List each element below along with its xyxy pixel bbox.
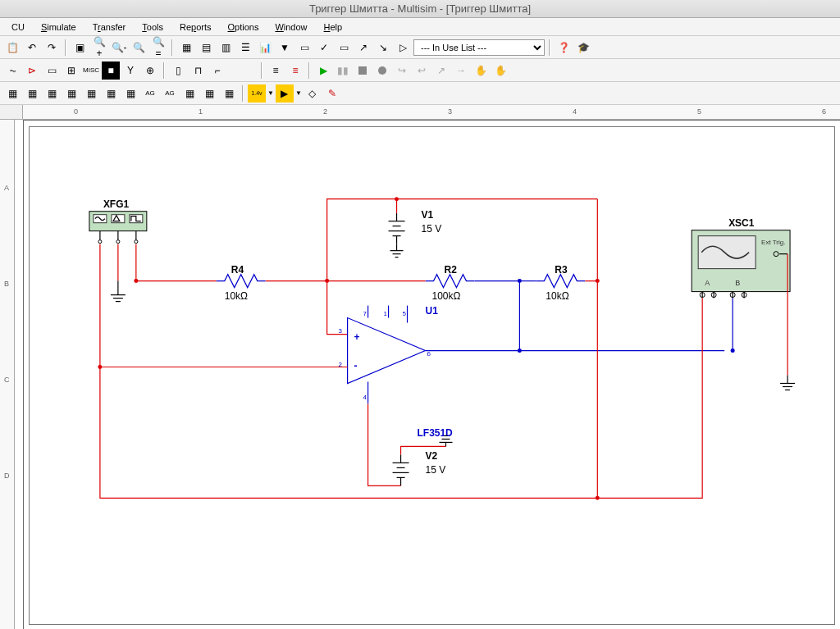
connector-icon[interactable]: ⊓ xyxy=(189,62,207,80)
schematic-canvas[interactable]: XFG1 xyxy=(23,120,840,629)
window-title: Триггер Шмитта - Multisim - [Триггер Шми… xyxy=(0,0,840,18)
parent-icon[interactable]: ▭ xyxy=(295,39,313,57)
svg-point-32 xyxy=(395,197,399,201)
component-u1[interactable]: + - U1 LF351D 7 1 5 3 2 6 4 xyxy=(339,305,453,440)
wattmeter-icon[interactable]: ▦ xyxy=(43,84,61,103)
component-r2[interactable]: R2 100kΩ xyxy=(426,264,475,302)
wordgen-icon[interactable]: AG xyxy=(141,84,159,103)
menu-tools[interactable]: Tools xyxy=(134,20,171,34)
menu-simulate[interactable]: Simulate xyxy=(33,20,84,34)
ruler-vertical: A B C D xyxy=(0,120,15,629)
run-button[interactable]: ▶ xyxy=(314,62,332,80)
toolbar-main: 📋 ↶ ↷ ▣ 🔍+ 🔍- 🔍 🔍= ▦ ▤ ▥ ☰ 📊 ▼ ▭ ✓ ▭ ↗ ↘… xyxy=(0,36,840,59)
hand-icon[interactable]: ✋ xyxy=(472,62,490,80)
postproc-icon[interactable]: ▼ xyxy=(276,39,294,57)
stepinto-icon[interactable]: ↩ xyxy=(413,62,431,80)
network-icon[interactable]: ▶ xyxy=(276,84,294,103)
rf-icon[interactable]: Y xyxy=(121,62,139,80)
menu-reports[interactable]: Reports xyxy=(171,20,220,34)
hierarchy2-icon[interactable]: ≡ xyxy=(286,62,304,80)
svg-text:3: 3 xyxy=(339,327,343,335)
menu-help[interactable]: Help xyxy=(316,20,351,34)
tek-icon[interactable]: ✎ xyxy=(323,84,341,103)
menu-transfer[interactable]: Transfer xyxy=(84,20,135,34)
dist-icon[interactable]: ▦ xyxy=(220,84,238,103)
database-icon[interactable]: ▥ xyxy=(217,39,235,57)
diode-icon[interactable]: ⊳ xyxy=(23,62,41,80)
ruler-horizontal: 0 1 2 3 4 5 6 xyxy=(23,105,840,120)
forward-icon[interactable]: ↘ xyxy=(374,39,392,57)
logic-icon[interactable]: AG xyxy=(161,84,179,103)
electromech-icon[interactable]: ⊕ xyxy=(141,62,159,80)
redo-button[interactable]: ↷ xyxy=(43,39,61,57)
transistor-icon[interactable]: ▭ xyxy=(43,62,61,80)
elec-rules-icon[interactable]: ✓ xyxy=(315,39,333,57)
ic-icon[interactable]: ▯ xyxy=(169,62,187,80)
component-xsc1[interactable]: XSC1 Ext Trig. A B xyxy=(692,217,790,299)
svg-text:R4: R4 xyxy=(231,264,244,276)
svg-text:1: 1 xyxy=(384,310,388,317)
menu-window[interactable]: Window xyxy=(267,20,315,34)
hierarchy-icon[interactable]: ≡ xyxy=(267,62,285,80)
stepover-icon[interactable]: → xyxy=(452,62,470,80)
step-icon[interactable]: ↪ xyxy=(393,62,411,80)
record-button[interactable] xyxy=(373,62,391,80)
indicator-icon[interactable]: ■ xyxy=(102,62,120,80)
paste-button[interactable]: 📋 xyxy=(3,39,21,57)
component-r3[interactable]: R3 10kΩ xyxy=(536,264,585,302)
svg-text:R2: R2 xyxy=(444,264,457,276)
fullscreen-button[interactable]: ▣ xyxy=(71,39,89,57)
capture-icon[interactable]: ▭ xyxy=(335,39,353,57)
iv-icon[interactable]: ▦ xyxy=(200,84,218,103)
svg-text:7: 7 xyxy=(363,310,368,317)
zoomout-button[interactable]: 🔍- xyxy=(110,39,128,57)
zoomin-button[interactable]: 🔍+ xyxy=(90,39,108,57)
svg-text:15 V: 15 V xyxy=(426,464,446,476)
menu-bar: CU Simulate Transfer Tools Reports Optio… xyxy=(0,18,840,36)
svg-text:Ext Trig.: Ext Trig. xyxy=(761,239,785,246)
scope-icon[interactable]: ▦ xyxy=(62,84,80,103)
menu-cu[interactable]: CU xyxy=(3,20,33,34)
multimeter-icon[interactable]: ▦ xyxy=(3,84,21,103)
grapher-icon[interactable]: 📊 xyxy=(256,39,274,57)
find-icon[interactable]: ▷ xyxy=(394,39,412,57)
toolbar-components: ⏦ ⊳ ▭ ⊞ MISC ■ Y ⊕ ▯ ⊓ ⌐ ≡ ≡ ▶ ▮▮ ↪ ↩ ↗ … xyxy=(0,59,840,82)
source-icon[interactable]: ⏦ xyxy=(3,62,21,80)
component-r4[interactable]: R4 10kΩ xyxy=(217,264,266,302)
misc-icon[interactable]: MISC xyxy=(82,62,100,80)
stepout-icon[interactable]: ↗ xyxy=(432,62,450,80)
in-use-list[interactable]: --- In Use List --- xyxy=(413,39,545,56)
undo-button[interactable]: ↶ xyxy=(23,39,41,57)
toolbar-instruments: ▦ ▦ ▦ ▦ ▦ ▦ ▦ AG AG ▦ ▦ ▦ 1.4v ▼ ▶ ▼ ◇ ✎ xyxy=(0,82,840,105)
bus-icon[interactable]: ⌐ xyxy=(208,62,226,80)
opamp-icon[interactable]: ⊞ xyxy=(62,62,80,80)
zoomarea-button[interactable]: 🔍 xyxy=(130,39,148,57)
funcgen-icon[interactable]: ▦ xyxy=(23,84,41,103)
freq-icon[interactable]: ▦ xyxy=(121,84,139,103)
svg-point-55 xyxy=(98,365,102,369)
4ch-scope-icon[interactable]: ▦ xyxy=(82,84,100,103)
logic2-icon[interactable]: ▦ xyxy=(180,84,199,103)
circuit-svg: XFG1 xyxy=(24,121,840,629)
stop-button[interactable] xyxy=(354,62,372,80)
agilent-icon[interactable]: ◇ xyxy=(304,84,322,103)
pause-button[interactable]: ▮▮ xyxy=(334,62,352,80)
grid-icon[interactable]: ▤ xyxy=(197,39,215,57)
spectrum-icon[interactable]: 1.4v xyxy=(248,84,266,103)
zoomfit-button[interactable]: 🔍= xyxy=(149,39,167,57)
svg-text:B: B xyxy=(735,279,740,287)
ground-xfg1[interactable] xyxy=(111,244,126,302)
spreadsheet-icon[interactable]: ▦ xyxy=(177,39,195,57)
component-v1[interactable]: V1 15 V xyxy=(389,209,442,258)
component-xfg1[interactable]: XFG1 xyxy=(89,198,147,244)
edu-icon[interactable]: 🎓 xyxy=(574,39,592,57)
svg-point-85 xyxy=(731,349,735,353)
menu-options[interactable]: Options xyxy=(219,20,267,34)
backann-icon[interactable]: ↗ xyxy=(354,39,372,57)
help-icon[interactable]: ❓ xyxy=(555,39,573,57)
hand2-icon[interactable]: ✋ xyxy=(491,62,509,80)
component-v2[interactable]: V2 15 V xyxy=(393,450,446,485)
svg-text:-: - xyxy=(354,361,358,372)
bode-icon[interactable]: ▦ xyxy=(102,84,120,103)
list-icon[interactable]: ☰ xyxy=(236,39,254,57)
